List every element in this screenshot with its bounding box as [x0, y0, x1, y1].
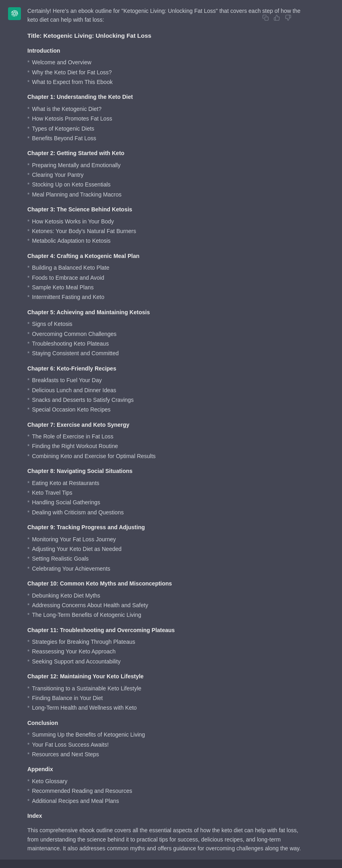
list-item: Preparing Mentally and Emotionally — [27, 160, 301, 170]
section-heading-5: Chapter 5: Achieving and Maintaining Ket… — [27, 308, 301, 317]
list-item: What is the Ketogenic Diet? — [27, 104, 301, 114]
list-item: Benefits Beyond Fat Loss — [27, 133, 301, 143]
section-heading-7: Chapter 7: Exercise and Keto Synergy — [27, 420, 301, 429]
list-item: Summing Up the Benefits of Ketogenic Liv… — [27, 730, 301, 739]
section-heading-9: Chapter 9: Tracking Progress and Adjusti… — [27, 523, 301, 532]
list-item: Meal Planning and Tracking Macros — [27, 190, 301, 199]
section-list-10: Debunking Keto Diet MythsAddressing Conc… — [27, 591, 301, 620]
section-heading-1: Chapter 1: Understanding the Keto Diet — [27, 92, 301, 101]
intro-text: Certainly! Here's an ebook outline for "… — [27, 6, 301, 25]
thumbs-down-icon[interactable] — [285, 14, 293, 23]
section-list-4: Building a Balanced Keto PlateFoods to E… — [27, 263, 301, 302]
section-heading-6: Chapter 6: Keto-Friendly Recipes — [27, 364, 301, 373]
section-list-12: Transitioning to a Sustainable Keto Life… — [27, 684, 301, 713]
chatgpt-logo-icon — [11, 10, 18, 17]
section-list-2: Preparing Mentally and EmotionallyCleari… — [27, 160, 301, 200]
list-item: Finding Balance in Your Diet — [27, 693, 301, 703]
section-list-3: How Ketosis Works in Your BodyKetones: Y… — [27, 217, 301, 246]
list-item: Debunking Keto Diet Myths — [27, 591, 301, 600]
list-item: Troubleshooting Keto Plateaus — [27, 339, 301, 348]
summary-text: This comprehensive ebook outline covers … — [27, 826, 301, 853]
list-item: Snacks and Desserts to Satisfy Cravings — [27, 395, 301, 405]
list-item: Welcome and Overview — [27, 57, 301, 67]
section-heading-12: Chapter 12: Maintaining Your Keto Lifest… — [27, 672, 301, 681]
list-item: Recommended Reading and Resources — [27, 786, 301, 796]
list-item: Types of Ketogenic Diets — [27, 124, 301, 133]
list-item: Addressing Concerns About Health and Saf… — [27, 600, 301, 610]
section-list-8: Eating Keto at RestaurantsKeto Travel Ti… — [27, 478, 301, 518]
list-item: Foods to Embrace and Avoid — [27, 273, 301, 283]
section-list-9: Monitoring Your Fat Loss JourneyAdjustin… — [27, 534, 301, 574]
list-item: Special Occasion Keto Recipes — [27, 405, 301, 414]
list-item: Sample Keto Meal Plans — [27, 283, 301, 292]
list-item: Handling Social Gatherings — [27, 497, 301, 507]
section-heading-11: Chapter 11: Troubleshooting and Overcomi… — [27, 626, 301, 635]
list-item: Long-Term Health and Wellness with Keto — [27, 703, 301, 712]
section-heading-0: Introduction — [27, 46, 301, 55]
svg-rect-0 — [265, 17, 268, 20]
list-item: Ketones: Your Body's Natural Fat Burners — [27, 226, 301, 236]
list-item: Signs of Ketosis — [27, 319, 301, 329]
section-heading-14: Appendix — [27, 765, 301, 774]
list-item: Why the Keto Diet for Fat Loss? — [27, 68, 301, 77]
section-heading-15: Index — [27, 811, 301, 820]
section-heading-13: Conclusion — [27, 719, 301, 727]
section-list-0: Welcome and OverviewWhy the Keto Diet fo… — [27, 57, 301, 87]
list-item: Staying Consistent and Committed — [27, 348, 301, 358]
list-item: Setting Realistic Goals — [27, 554, 301, 563]
section-heading-3: Chapter 3: The Science Behind Ketosis — [27, 205, 301, 214]
action-icons-bar — [262, 14, 293, 23]
list-item: Monitoring Your Fat Loss Journey — [27, 534, 301, 544]
section-list-7: The Role of Exercise in Fat LossFinding … — [27, 432, 301, 461]
list-item: Resources and Next Steps — [27, 749, 301, 759]
list-item: What to Expect from This Ebook — [27, 77, 301, 87]
list-item: Stocking Up on Keto Essentials — [27, 180, 301, 189]
section-heading-4: Chapter 4: Crafting a Ketogenic Meal Pla… — [27, 252, 301, 260]
list-item: Eating Keto at Restaurants — [27, 478, 301, 488]
list-item: Intermittent Fasting and Keto — [27, 292, 301, 302]
list-item: Adjusting Your Keto Diet as Needed — [27, 544, 301, 554]
section-list-6: Breakfasts to Fuel Your DayDelicious Lun… — [27, 375, 301, 415]
list-item: How Ketosis Works in Your Body — [27, 217, 301, 226]
sections-container: IntroductionWelcome and OverviewWhy the … — [27, 46, 301, 821]
list-item: Additional Recipes and Meal Plans — [27, 796, 301, 806]
list-item: Celebrating Your Achievements — [27, 564, 301, 573]
header-area: Certainly! Here's an ebook outline for "… — [27, 6, 301, 25]
section-heading-8: Chapter 8: Navigating Social Situations — [27, 467, 301, 475]
thumbs-up-icon[interactable] — [274, 14, 282, 23]
section-heading-2: Chapter 2: Getting Started with Keto — [27, 149, 301, 158]
section-list-13: Summing Up the Benefits of Ketogenic Liv… — [27, 730, 301, 759]
copy-icon[interactable] — [262, 14, 270, 23]
list-item: Combining Keto and Exercise for Optimal … — [27, 451, 301, 461]
list-item: Reassessing Your Keto Approach — [27, 647, 301, 656]
list-item: Delicious Lunch and Dinner Ideas — [27, 385, 301, 395]
list-item: Overcoming Common Challenges — [27, 329, 301, 339]
section-list-11: Strategies for Breaking Through Plateaus… — [27, 637, 301, 666]
list-item: Breakfasts to Fuel Your Day — [27, 375, 301, 385]
list-item: Dealing with Criticism and Questions — [27, 508, 301, 517]
section-list-14: Keto GlossaryRecommended Reading and Res… — [27, 776, 301, 806]
message-container: Certainly! Here's an ebook outline for "… — [0, 0, 342, 860]
list-item: Building a Balanced Keto Plate — [27, 263, 301, 272]
list-item: Clearing Your Pantry — [27, 170, 301, 180]
list-item: Your Fat Loss Success Awaits! — [27, 740, 301, 749]
list-item: Metabolic Adaptation to Ketosis — [27, 236, 301, 246]
section-list-1: What is the Ketogenic Diet?How Ketosis P… — [27, 104, 301, 143]
list-item: Transitioning to a Sustainable Keto Life… — [27, 684, 301, 693]
list-item: Keto Glossary — [27, 776, 301, 786]
list-item: The Role of Exercise in Fat Loss — [27, 432, 301, 441]
list-item: The Long-Term Benefits of Ketogenic Livi… — [27, 610, 301, 620]
list-item: Seeking Support and Accountability — [27, 657, 301, 666]
book-title: Title: Ketogenic Living: Unlocking Fat L… — [27, 31, 301, 41]
list-item: Finding the Right Workout Routine — [27, 441, 301, 451]
list-item: How Ketosis Promotes Fat Loss — [27, 114, 301, 123]
list-item: Keto Travel Tips — [27, 488, 301, 497]
avatar — [8, 7, 21, 20]
message-body: Certainly! Here's an ebook outline for "… — [27, 6, 301, 853]
section-list-5: Signs of KetosisOvercoming Common Challe… — [27, 319, 301, 358]
section-heading-10: Chapter 10: Common Keto Myths and Miscon… — [27, 579, 301, 588]
list-item: Strategies for Breaking Through Plateaus — [27, 637, 301, 647]
